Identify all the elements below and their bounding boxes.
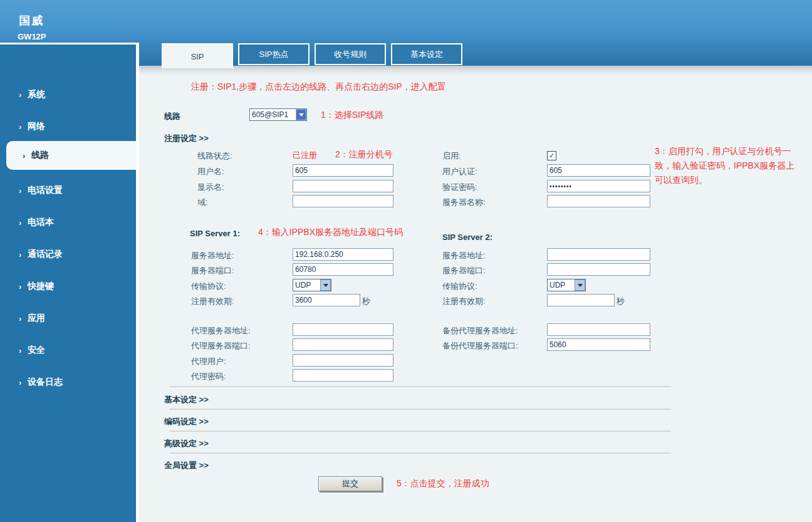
tab-basic-settings[interactable]: 基本设定 (391, 43, 462, 65)
enable-label: 启用: (442, 150, 461, 162)
sidebar-item-network[interactable]: › 网络 (0, 116, 136, 137)
annotation-register-steps: 注册：SIP1,步骤，点击左边的线路、再点击右边的SIP，进入配置 (191, 81, 446, 93)
proxy-addr-label: 代理服务器地址: (191, 325, 251, 337)
server2-proto-select[interactable]: UDP (547, 279, 586, 291)
server2-expire-label: 注册有效期: (442, 296, 486, 307)
username-input[interactable] (293, 164, 393, 177)
backup-proxy-addr-input[interactable] (547, 323, 650, 336)
display-name-input[interactable] (293, 180, 393, 192)
sidebar-item-hotkey[interactable]: › 快捷键 (0, 276, 136, 297)
username-label: 用户名: (197, 166, 224, 177)
server1-expire-unit: 秒 (362, 296, 370, 307)
sidebar-item-label: 通话记录 (28, 249, 63, 260)
tab-sip-hotspot-label: SIP热点 (259, 49, 289, 60)
sidebar-item-device-log[interactable]: › 设备日志 (0, 372, 136, 393)
tab-dial-rule[interactable]: 收号规则 (315, 43, 386, 65)
divider (169, 431, 671, 432)
enable-checkbox[interactable]: ✓ (547, 151, 556, 160)
server1-proto-value: UDP (293, 279, 320, 291)
server2-port-input[interactable] (547, 263, 650, 276)
server1-expire-input[interactable] (293, 294, 360, 306)
auth-password-input[interactable] (547, 180, 650, 192)
submit-button[interactable]: 提交 (318, 476, 382, 491)
sidebar-item-security[interactable]: › 安全 (0, 340, 136, 361)
server2-expire-input[interactable] (547, 294, 615, 306)
sidebar-item-system[interactable]: › 系统 (0, 84, 136, 105)
tab-sip-hotspot[interactable]: SIP热点 (238, 43, 310, 65)
server1-port-input[interactable] (293, 263, 393, 276)
line-select-value: 605@SIP1 (250, 109, 296, 120)
server2-port-label: 服务器端口: (442, 265, 486, 276)
sidebar-white-border (136, 43, 139, 522)
chevron-right-icon: › (19, 218, 28, 227)
divider (169, 409, 671, 410)
brand-logo: 国威 (19, 13, 44, 28)
line-label: 线路 (164, 111, 180, 122)
server2-proto-value: UDP (548, 279, 575, 291)
sidebar-item-call-log[interactable]: › 通话记录 (0, 244, 136, 265)
server1-addr-label: 服务器地址: (191, 250, 234, 261)
dropdown-arrow-icon[interactable] (296, 109, 306, 120)
auth-password-label: 验证密码: (442, 182, 477, 193)
server1-proto-label: 传输协议: (191, 281, 226, 292)
sidebar-item-label: 安全 (28, 345, 45, 356)
sidebar-item-line[interactable]: › 线路 (6, 141, 139, 170)
server1-port-label: 服务器端口: (191, 265, 234, 276)
divider (169, 452, 671, 454)
line-status-label: 线路状态: (197, 150, 232, 162)
page: 国威 GW12P SIP SIP热点 收号规则 基本设定 › 系统 › 网络 ›… (0, 0, 812, 522)
section-basic-settings[interactable]: 基本设定 >> (164, 394, 209, 405)
server2-addr-input[interactable] (547, 248, 650, 261)
sidebar-item-label: 电话设置 (28, 185, 63, 196)
domain-input[interactable] (293, 195, 393, 207)
annotation-step3-line1: 3：启用打勾，用户认证与分机号一 (655, 144, 794, 159)
backup-proxy-port-label: 备份代理服务器端口: (442, 340, 518, 352)
sidebar-item-phonebook[interactable]: › 电话本 (0, 212, 136, 233)
tab-dial-rule-label: 收号规则 (334, 49, 367, 60)
section-codec-settings[interactable]: 编码设定 >> (164, 416, 209, 427)
dropdown-arrow-icon[interactable] (320, 279, 331, 291)
server1-addr-input[interactable] (293, 248, 393, 261)
auth-user-label: 用户认证: (442, 166, 477, 177)
sidebar-item-label: 线路 (31, 150, 49, 161)
server-name-label: 服务器名称: (442, 197, 486, 208)
sidebar-item-label: 系统 (28, 89, 45, 100)
checkmark-icon: ✓ (549, 152, 554, 160)
server-name-input[interactable] (547, 195, 650, 207)
section-register-settings[interactable]: 注册设定 >> (164, 133, 209, 144)
server2-proto-label: 传输协议: (442, 281, 477, 292)
proxy-port-input[interactable] (293, 338, 393, 351)
sidebar-item-label: 电话本 (28, 217, 54, 228)
sidebar-item-phone-settings[interactable]: › 电话设置 (0, 180, 136, 201)
header-gradient-strip (136, 66, 812, 76)
chevron-right-icon: › (19, 378, 28, 387)
backup-proxy-port-input[interactable] (547, 338, 650, 351)
proxy-password-input[interactable] (293, 369, 393, 382)
display-name-label: 显示名: (197, 182, 224, 193)
annotation-step3-line3: 可以查询到。 (655, 173, 794, 187)
server1-expire-label: 注册有效期: (191, 296, 234, 307)
backup-proxy-addr-label: 备份代理服务器地址: (442, 325, 518, 337)
tab-sip[interactable]: SIP (162, 43, 233, 68)
dropdown-arrow-icon[interactable] (575, 279, 585, 291)
sidebar-item-label: 应用 (28, 313, 45, 324)
sidebar-item-label: 网络 (28, 121, 45, 132)
line-status-value: 已注册 (293, 150, 317, 161)
chevron-right-icon: › (23, 151, 31, 160)
domain-label: 域: (197, 197, 208, 208)
section-advanced-settings[interactable]: 高级设定 >> (164, 438, 209, 449)
tab-sip-label: SIP (191, 52, 204, 61)
chevron-right-icon: › (19, 122, 28, 132)
section-global-settings[interactable]: 全局设置 >> (164, 460, 209, 471)
server1-proto-select[interactable]: UDP (293, 279, 331, 291)
annotation-step4: 4：输入IPPBX服务器地址及端口号码 (258, 227, 403, 238)
chevron-right-icon: › (19, 346, 28, 355)
proxy-user-label: 代理用户: (191, 356, 226, 367)
proxy-addr-input[interactable] (293, 323, 393, 336)
sidebar-item-label: 设备日志 (28, 377, 63, 388)
sidebar-item-application[interactable]: › 应用 (0, 308, 136, 329)
sidebar-item-label: 快捷键 (28, 281, 54, 292)
proxy-user-input[interactable] (293, 354, 393, 367)
auth-user-input[interactable] (547, 164, 650, 177)
line-select[interactable]: 605@SIP1 (249, 108, 307, 121)
